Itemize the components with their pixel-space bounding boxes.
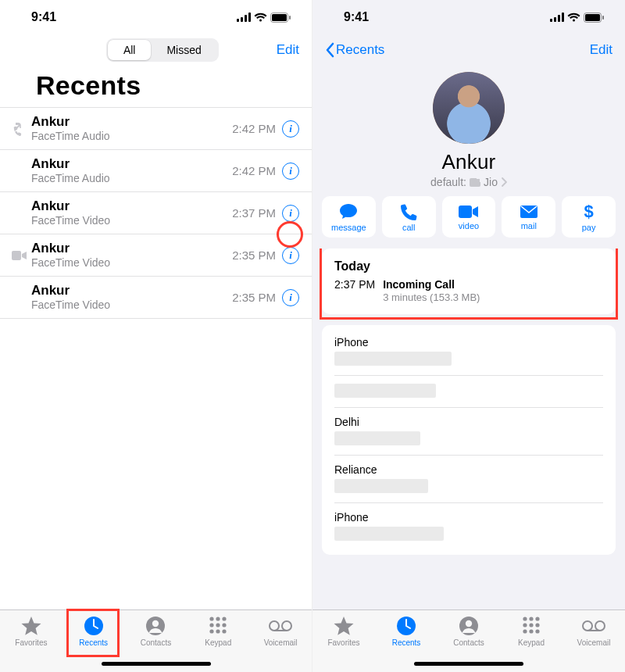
call-row[interactable]: AnkurFaceTime Video2:35 PMi	[0, 277, 312, 319]
caller-name: Ankur	[31, 283, 232, 298]
contact-field[interactable]: iPhone	[334, 503, 603, 550]
tab-recents[interactable]: Recents	[379, 616, 434, 647]
tab-bar: Favorites Recents Contacts Keypad Voicem…	[0, 609, 312, 672]
info-button[interactable]: i	[282, 163, 299, 180]
svg-point-13	[223, 617, 227, 620]
pay-button[interactable]: $ pay	[562, 196, 616, 238]
person-icon	[459, 616, 479, 636]
svg-point-20	[270, 621, 279, 631]
status-bar: 9:41	[312, 0, 625, 34]
svg-point-45	[595, 621, 605, 631]
svg-point-35	[523, 617, 527, 620]
svg-point-37	[535, 617, 539, 620]
field-value-redacted	[334, 431, 420, 445]
svg-rect-28	[585, 14, 600, 21]
home-indicator[interactable]	[102, 662, 211, 666]
call-time: 2:37 PM	[232, 206, 276, 220]
default-line[interactable]: default: Jio	[430, 176, 507, 188]
svg-rect-7	[12, 251, 21, 260]
tab-keypad[interactable]: Keypad	[504, 616, 559, 647]
page-title: Recents	[0, 69, 312, 107]
call-row[interactable]: AnkurFaceTime Video2:37 PMi	[0, 192, 312, 234]
recents-segmented-control[interactable]: All Missed	[106, 38, 219, 62]
message-button[interactable]: message	[322, 196, 376, 238]
tab-voicemail[interactable]: Voicemail	[253, 616, 308, 647]
clock-icon	[396, 616, 416, 636]
contact-field[interactable]	[334, 376, 603, 408]
svg-point-40	[535, 623, 539, 627]
mail-icon	[520, 205, 538, 219]
segment-all[interactable]: All	[108, 40, 152, 60]
contact-field[interactable]: iPhone	[334, 328, 603, 376]
svg-rect-23	[550, 19, 552, 22]
svg-rect-2	[245, 15, 247, 22]
field-value-redacted	[334, 384, 436, 398]
svg-point-12	[216, 617, 220, 620]
svg-point-17	[210, 629, 214, 633]
call-row[interactable]: AnkurFaceTime Audio2:42 PMi	[0, 107, 312, 150]
clock-icon	[84, 616, 104, 636]
call-time: 2:42 PM	[232, 164, 276, 177]
svg-point-15	[216, 623, 220, 627]
call-row[interactable]: AnkurFaceTime Audio2:42 PMi	[0, 150, 312, 192]
svg-rect-5	[272, 14, 287, 21]
nav-bar: All Missed Edit	[0, 34, 312, 69]
tab-keypad[interactable]: Keypad	[191, 616, 245, 647]
segment-missed[interactable]: Missed	[151, 40, 216, 60]
tab-voicemail[interactable]: Voicemail	[566, 616, 621, 647]
phone-icon	[400, 203, 417, 220]
video-button[interactable]: video	[442, 196, 496, 238]
person-icon	[145, 616, 166, 636]
svg-point-34	[466, 620, 472, 627]
info-button[interactable]: i	[282, 120, 299, 138]
call-time: 2:35 PM	[232, 248, 276, 262]
tab-favorites[interactable]: Favorites	[4, 616, 59, 647]
call-subtitle: FaceTime Audio	[31, 172, 232, 185]
caller-name: Ankur	[31, 156, 232, 172]
tab-favorites[interactable]: Favorites	[316, 616, 371, 647]
call-log-card: Today 2:37 PM Incoming Call 3 minutes (1…	[322, 248, 616, 314]
sim-icon	[470, 178, 480, 187]
info-button[interactable]: i	[282, 247, 299, 264]
home-indicator[interactable]	[414, 662, 523, 666]
mail-button[interactable]: mail	[502, 196, 555, 238]
call-subtitle: FaceTime Audio	[31, 130, 232, 143]
call-row[interactable]: AnkurFaceTime Video2:35 PMi	[0, 234, 312, 277]
field-label: iPhone	[334, 511, 603, 524]
call-time: 2:35 PM	[232, 291, 276, 304]
svg-rect-3	[248, 13, 251, 22]
video-icon	[459, 205, 479, 219]
call-button[interactable]: call	[382, 196, 436, 238]
edit-button[interactable]: Edit	[277, 42, 299, 58]
svg-rect-1	[241, 17, 243, 22]
call-subtitle: FaceTime Video	[31, 256, 232, 270]
svg-point-41	[523, 629, 527, 633]
contact-detail-screen: 9:41 Recents Edit Ankur default: Jio mes…	[312, 0, 625, 672]
tab-contacts[interactable]: Contacts	[128, 616, 183, 647]
avatar[interactable]	[433, 72, 505, 144]
voicemail-icon	[581, 616, 606, 636]
log-entry: 2:37 PM Incoming Call 3 minutes (153.3 M…	[334, 278, 603, 303]
back-button[interactable]: Recents	[325, 42, 384, 58]
svg-rect-29	[602, 16, 604, 20]
info-button[interactable]: i	[282, 289, 299, 306]
svg-point-18	[216, 629, 220, 633]
tab-contacts[interactable]: Contacts	[441, 616, 496, 647]
status-indicators	[550, 13, 605, 23]
recents-screen: 9:41 All Missed Edit Recents AnkurFaceTi…	[0, 0, 312, 672]
wifi-icon	[567, 13, 580, 22]
field-value-redacted	[334, 352, 452, 366]
log-header: Today	[334, 259, 603, 273]
edit-button[interactable]: Edit	[590, 42, 612, 58]
caller-name: Ankur	[31, 198, 232, 214]
call-type-icon	[8, 250, 31, 261]
tab-recents[interactable]: Recents	[66, 616, 121, 647]
contact-field[interactable]: Delhi	[334, 408, 603, 456]
contact-fields-card: iPhoneDelhiRelianceiPhone	[322, 325, 616, 555]
voicemail-icon	[268, 616, 293, 636]
contact-field[interactable]: Reliance	[334, 456, 603, 503]
log-type: Incoming Call	[383, 278, 603, 291]
info-button[interactable]: i	[282, 205, 299, 222]
star-icon	[21, 616, 41, 636]
svg-point-39	[529, 623, 533, 627]
